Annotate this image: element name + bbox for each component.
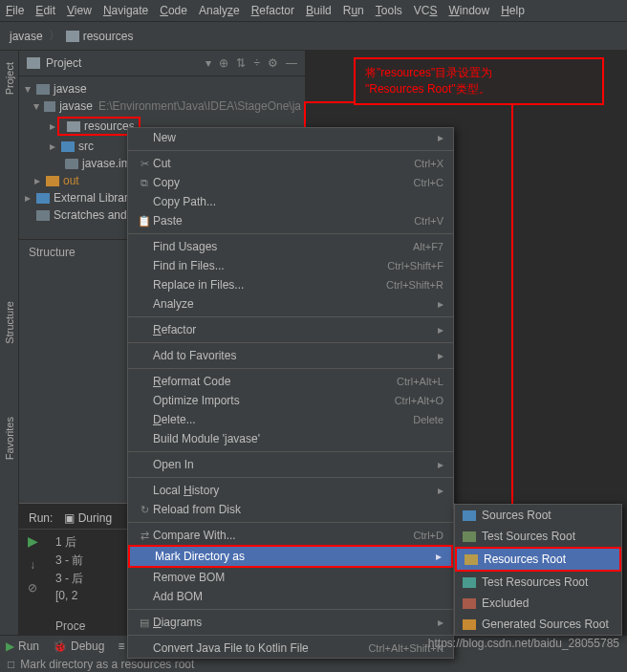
breadcrumb: javase 〉 resources [0,22,627,51]
mi-cut[interactable]: ✂CutCtrl+X [128,154,453,173]
copy-icon: ⧉ [136,177,153,189]
mi-remove-bom[interactable]: Remove BOM [128,568,453,587]
hide-icon[interactable]: — [286,56,297,70]
collapse-icon[interactable]: ÷ [253,56,260,70]
menu-build[interactable]: Build [306,4,332,17]
stop-icon[interactable]: ⊘ [28,581,37,595]
mi-refactor[interactable]: Refactor▸ [128,320,453,339]
menu-vcs[interactable]: VCS [414,4,438,17]
sm-sources[interactable]: Sources Root [455,505,621,526]
mi-analyze[interactable]: Analyze▸ [128,294,453,314]
project-title[interactable]: Project [46,56,202,70]
mi-favorites[interactable]: Add to Favorites▸ [128,346,453,365]
folder-icon [463,619,476,630]
down-icon[interactable]: ↓ [30,558,35,572]
folder-icon [67,121,80,132]
paste-icon: 📋 [136,215,153,228]
target-icon[interactable]: ⊕ [219,56,228,70]
sm-resources[interactable]: Resources Root [455,547,621,572]
context-menu: New▸ ✂CutCtrl+X ⧉CopyCtrl+C Copy Path...… [127,127,454,659]
bb-run[interactable]: ▶Run [6,639,39,653]
mi-reformat[interactable]: Reformat CodeCtrl+Alt+L [128,372,453,391]
expand-icon[interactable]: ⇅ [236,56,246,70]
diagram-icon: ▤ [136,617,153,629]
menu-code[interactable]: Code [160,4,187,17]
run-label: Run: [29,511,53,525]
menu-navigate[interactable]: Navigate [103,4,148,17]
sm-excluded[interactable]: Excluded [455,593,621,614]
mi-reload[interactable]: ↻Reload from Disk [128,500,453,519]
menu-analyze[interactable]: Analyze [199,4,240,17]
gear-icon[interactable]: ⚙ [268,56,278,70]
folder-icon [463,598,476,609]
watermark: https://blog.csdn.net/baidu_28055785 [428,637,619,650]
folder-icon [463,531,476,542]
mi-find-in-files[interactable]: Find in Files...Ctrl+Shift+F [128,256,453,275]
mi-delete[interactable]: Delete...Delete [128,410,453,429]
compare-icon: ⇄ [136,530,153,542]
folder-icon [463,577,476,588]
menu-window[interactable]: Window [448,4,489,17]
breadcrumb-folder[interactable]: resources [83,30,134,43]
mi-find-usages[interactable]: Find UsagesAlt+F7 [128,237,453,256]
mi-copy-path[interactable]: Copy Path... [128,192,453,211]
tab-structure[interactable]: Structure [2,293,17,352]
left-tool-strip: Project Structure Favorites [0,51,19,637]
mi-compare[interactable]: ⇄Compare With...Ctrl+D [128,526,453,545]
menu-view[interactable]: View [67,4,92,17]
tree-module[interactable]: ▾ javase E:\Environment\Java\IDEA\StageO… [19,98,305,115]
tree-root[interactable]: ▾ javase [19,80,305,98]
menu-file[interactable]: File [6,4,24,17]
menu-run[interactable]: Run [343,4,364,17]
cut-icon: ✂ [136,158,153,170]
sm-generated[interactable]: Generated Sources Root [455,614,621,635]
mi-replace-in-files[interactable]: Replace in Files...Ctrl+Shift+R [128,275,453,294]
sm-test-sources[interactable]: Test Sources Root [455,526,621,547]
breadcrumb-project[interactable]: javase [10,30,43,43]
annotation-callout: 将"resources"目录设置为 "Resources Root"类型。 [354,57,604,105]
project-panel-header: Project ▾ ⊕ ⇅ ÷ ⚙ — [19,51,305,76]
mi-new[interactable]: New▸ [128,128,453,147]
folder-icon [463,510,476,521]
mark-directory-submenu: Sources Root Test Sources Root Resources… [454,504,622,636]
sm-test-resources[interactable]: Test Resources Root [455,572,621,593]
reload-icon: ↻ [136,504,153,516]
play-icon[interactable]: ▶ [28,533,38,549]
folder-icon [66,31,79,42]
menu-tools[interactable]: Tools [376,4,402,17]
mi-local-history[interactable]: Local History▸ [128,481,453,500]
menu-bar: File Edit View Navigate Code Analyze Ref… [0,0,627,22]
mi-open-in[interactable]: Open In▸ [128,455,453,474]
mi-paste[interactable]: 📋PasteCtrl+V [128,211,453,230]
folder-icon [465,554,478,565]
mi-build-module[interactable]: Build Module 'javase' [128,429,453,448]
mi-convert[interactable]: Convert Java File to Kotlin FileCtrl+Alt… [128,639,453,658]
menu-edit[interactable]: Edit [35,4,55,17]
folder-icon [27,57,40,69]
bb-debug[interactable]: 🐞Debug [53,639,104,653]
run-tab[interactable]: ▣ During [64,511,112,525]
bug-icon: 🐞 [53,639,67,653]
menu-refactor[interactable]: Refactor [251,4,294,17]
tab-favorites[interactable]: Favorites [2,409,17,467]
status-text: Mark directory as a resources root [20,658,194,671]
mi-mark-directory[interactable]: Mark Directory as▸ [128,545,453,568]
mi-optimize[interactable]: Optimize ImportsCtrl+Alt+O [128,391,453,410]
tab-project[interactable]: Project [2,54,17,102]
mi-add-bom[interactable]: Add BOM [128,587,453,606]
mi-copy[interactable]: ⧉CopyCtrl+C [128,173,453,192]
menu-help[interactable]: Help [501,4,525,17]
mi-diagrams[interactable]: ▤Diagrams▸ [128,613,453,632]
